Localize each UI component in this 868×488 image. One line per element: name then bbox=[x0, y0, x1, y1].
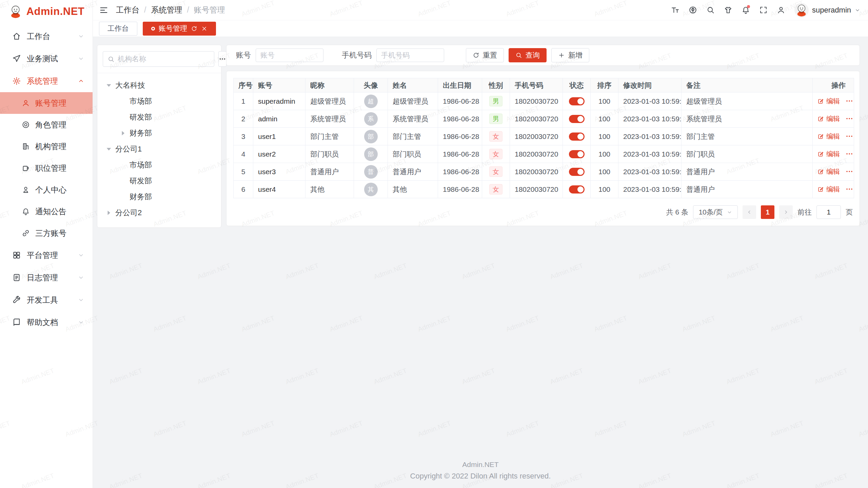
goto-page-input[interactable] bbox=[816, 205, 841, 219]
gender-badge: 女 bbox=[489, 149, 502, 160]
app-logo[interactable]: Admin.NET bbox=[0, 0, 93, 21]
cell-index: 1 bbox=[234, 93, 253, 110]
tree-node-研发部[interactable]: 研发部 bbox=[103, 173, 216, 189]
tab-工作台[interactable]: 工作台 bbox=[99, 22, 137, 36]
sidebar-item-平台管理[interactable]: 平台管理 bbox=[0, 244, 93, 266]
cell-status bbox=[563, 145, 591, 163]
fullscreen-icon[interactable] bbox=[756, 3, 770, 17]
more-actions-icon[interactable] bbox=[845, 97, 853, 105]
more-actions-icon[interactable] bbox=[845, 185, 853, 193]
divider bbox=[97, 73, 221, 73]
gender-badge: 女 bbox=[489, 131, 502, 142]
next-page-button[interactable] bbox=[779, 205, 793, 219]
cell-gender: 女 bbox=[482, 163, 510, 181]
link-icon bbox=[22, 229, 30, 237]
add-button[interactable]: 新增 bbox=[551, 48, 589, 62]
status-toggle[interactable] bbox=[569, 97, 585, 105]
user-icon[interactable] bbox=[774, 3, 788, 17]
account-input[interactable] bbox=[256, 48, 323, 62]
sidebar-subitem-账号管理[interactable]: 账号管理 bbox=[0, 92, 93, 114]
profile-icon bbox=[22, 186, 30, 194]
tree-node-分公司1[interactable]: 分公司1 bbox=[103, 141, 216, 157]
tab-active-dot bbox=[151, 27, 155, 30]
edit-button[interactable]: 编辑 bbox=[817, 167, 840, 176]
font-size-icon[interactable] bbox=[668, 3, 682, 17]
search-icon bbox=[515, 52, 522, 59]
caret-right-icon[interactable] bbox=[105, 209, 113, 217]
tree-node-市场部[interactable]: 市场部 bbox=[103, 93, 216, 109]
edit-button[interactable]: 编辑 bbox=[817, 97, 840, 106]
sidebar-subitem-机构管理[interactable]: 机构管理 bbox=[0, 136, 93, 157]
tab-账号管理[interactable]: 账号管理 bbox=[143, 22, 216, 36]
current-page-button[interactable]: 1 bbox=[761, 205, 774, 219]
query-button[interactable]: 查询 bbox=[509, 48, 547, 62]
table-row: 1superadmin超级管理员超超级管理员1986-06-28男1802003… bbox=[234, 93, 854, 110]
caret-right-icon[interactable] bbox=[119, 129, 127, 137]
breadcrumb-item[interactable]: 工作台 bbox=[116, 5, 139, 15]
sidebar: Admin.NET 工作台业务测试系统管理账号管理角色管理机构管理职位管理个人中… bbox=[0, 0, 93, 488]
pagination-total: 共 6 条 bbox=[666, 207, 688, 217]
phone-label: 手机号码 bbox=[342, 50, 372, 60]
cell-actions: 编辑 bbox=[813, 128, 854, 145]
status-toggle[interactable] bbox=[569, 150, 585, 158]
reset-button[interactable]: 重置 bbox=[466, 48, 504, 62]
tree-node-大名科技[interactable]: 大名科技 bbox=[103, 77, 216, 93]
status-toggle[interactable] bbox=[569, 168, 585, 176]
edit-button[interactable]: 编辑 bbox=[817, 132, 840, 141]
edit-button[interactable]: 编辑 bbox=[817, 185, 840, 194]
notification-bell-icon[interactable] bbox=[739, 3, 752, 17]
caret-down-icon[interactable] bbox=[105, 81, 113, 89]
cell-birthday: 1986-06-28 bbox=[438, 145, 482, 163]
log-icon bbox=[12, 273, 21, 282]
status-toggle[interactable] bbox=[569, 185, 585, 194]
language-icon[interactable] bbox=[686, 3, 699, 17]
menu-fold-icon[interactable] bbox=[99, 5, 108, 15]
sidebar-subitem-职位管理[interactable]: 职位管理 bbox=[0, 157, 93, 179]
sidebar-subitem-三方账号[interactable]: 三方账号 bbox=[0, 222, 93, 244]
close-icon[interactable] bbox=[201, 25, 208, 32]
sidebar-item-日志管理[interactable]: 日志管理 bbox=[0, 266, 93, 289]
sidebar-subitem-角色管理[interactable]: 角色管理 bbox=[0, 114, 93, 136]
cell-name: 其他 bbox=[388, 181, 438, 198]
sidebar-subitem-通知公告[interactable]: 通知公告 bbox=[0, 201, 93, 222]
breadcrumb-item[interactable]: 系统管理 bbox=[151, 5, 182, 15]
tree-node-财务部[interactable]: 财务部 bbox=[103, 125, 216, 141]
refresh-icon[interactable] bbox=[191, 25, 197, 32]
page-size-select[interactable]: 10条/页 bbox=[693, 205, 738, 219]
main-area: 工作台/系统管理/账号管理 superadmin 工作台账号管理 bbox=[93, 0, 868, 488]
caret-down-icon[interactable] bbox=[105, 145, 113, 153]
org-more-button[interactable] bbox=[218, 51, 226, 67]
edit-button[interactable]: 编辑 bbox=[817, 114, 840, 123]
cell-name: 部门职员 bbox=[388, 145, 438, 163]
accounts-table-panel: 序号账号昵称头像姓名出生日期性别手机号码状态排序修改时间备注操作1superad… bbox=[226, 71, 860, 226]
sidebar-subitem-个人中心[interactable]: 个人中心 bbox=[0, 179, 93, 201]
status-toggle[interactable] bbox=[569, 133, 585, 141]
tree-node-分公司2[interactable]: 分公司2 bbox=[103, 205, 216, 221]
sidebar-item-系统管理[interactable]: 系统管理 bbox=[0, 70, 93, 92]
status-toggle[interactable] bbox=[569, 115, 585, 123]
sidebar-item-工作台[interactable]: 工作台 bbox=[0, 25, 93, 47]
column-header-状态: 状态 bbox=[563, 78, 591, 93]
more-actions-icon[interactable] bbox=[845, 115, 853, 123]
theme-icon[interactable] bbox=[721, 3, 735, 17]
phone-input[interactable] bbox=[376, 48, 444, 62]
user-menu[interactable]: superadmin bbox=[794, 3, 861, 17]
tree-node-市场部[interactable]: 市场部 bbox=[103, 157, 216, 173]
edit-button[interactable]: 编辑 bbox=[817, 149, 840, 159]
tree-node-研发部[interactable]: 研发部 bbox=[103, 109, 216, 125]
sidebar-item-开发工具[interactable]: 开发工具 bbox=[0, 289, 93, 311]
cell-name: 部门主管 bbox=[388, 128, 438, 145]
sidebar-item-帮助文档[interactable]: 帮助文档 bbox=[0, 311, 93, 333]
language-glyph bbox=[689, 6, 697, 14]
tree-node-财务部[interactable]: 财务部 bbox=[103, 189, 216, 205]
more-actions-icon[interactable] bbox=[845, 132, 853, 140]
search-icon[interactable] bbox=[704, 3, 717, 17]
cell-phone: 18020030720 bbox=[510, 110, 563, 128]
more-actions-icon[interactable] bbox=[845, 150, 853, 158]
org-name-input[interactable] bbox=[118, 55, 210, 63]
more-actions-icon[interactable] bbox=[845, 167, 853, 176]
bell-icon bbox=[22, 207, 30, 216]
prev-page-button[interactable] bbox=[743, 205, 756, 219]
sidebar-item-业务测试[interactable]: 业务测试 bbox=[0, 47, 93, 70]
content: 大名科技市场部研发部财务部分公司1市场部研发部财务部分公司2 账号 手机号码 重… bbox=[93, 37, 868, 488]
